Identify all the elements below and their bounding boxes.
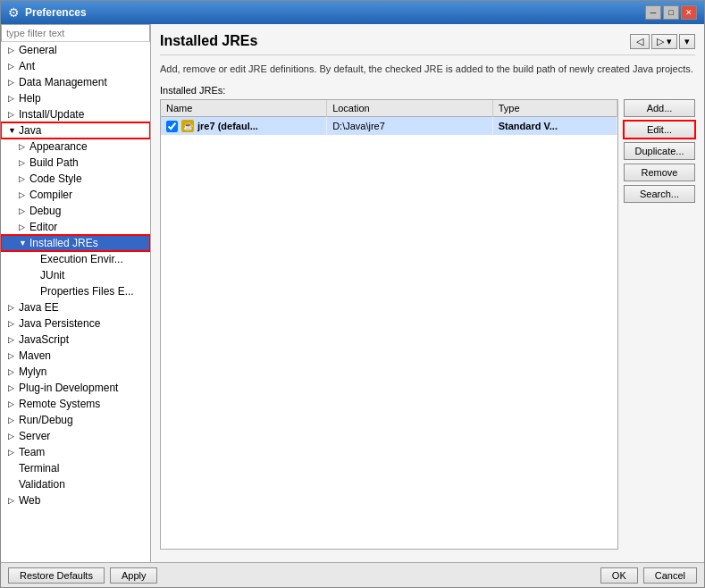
sidebar-item-label: Compiler <box>29 189 72 201</box>
jre-table: Name Location Type <box>161 100 617 135</box>
title-bar-controls: ─ □ ✕ <box>645 5 697 20</box>
sidebar-item-mylyn[interactable]: ▷ Mylyn <box>1 364 150 380</box>
sidebar-item-terminal[interactable]: Terminal <box>1 460 150 476</box>
sidebar-item-label: Install/Update <box>19 108 84 121</box>
apply-button[interactable]: Apply <box>110 567 158 584</box>
sidebar-item-data-management[interactable]: ▷ Data Management <box>1 74 150 90</box>
arrow-java-persistence: ▷ <box>8 319 17 328</box>
sidebar-item-java-persistence[interactable]: ▷ Java Persistence <box>1 315 150 332</box>
sidebar-item-maven[interactable]: ▷ Maven <box>1 348 150 364</box>
window-title: Preferences <box>25 6 87 19</box>
sidebar-item-run-debug[interactable]: ▷ Run/Debug <box>1 412 150 428</box>
arrow-run-debug: ▷ <box>8 416 17 424</box>
sidebar-item-label: Plug-in Development <box>19 382 118 394</box>
arrow-mylyn: ▷ <box>8 367 17 376</box>
sidebar-item-validation[interactable]: Validation <box>1 476 150 492</box>
remove-button[interactable]: Remove <box>624 164 695 181</box>
duplicate-button[interactable]: Duplicate... <box>624 142 695 160</box>
bottom-bar: Restore Defaults Apply OK Cancel <box>1 562 704 587</box>
sidebar-item-compiler[interactable]: ▷ Compiler <box>1 187 150 203</box>
table-area: Name Location Type <box>160 99 618 553</box>
back-button[interactable]: ◁ <box>630 34 650 49</box>
filter-input[interactable] <box>1 24 150 42</box>
sidebar-item-label: JavaScript <box>19 333 69 346</box>
sidebar-item-appearance[interactable]: ▷ Appearance <box>1 139 150 155</box>
sidebar-item-debug[interactable]: ▷ Debug <box>1 203 150 219</box>
sidebar-item-javascript[interactable]: ▷ JavaScript <box>1 332 150 348</box>
arrow-java: ▼ <box>8 126 17 135</box>
forward-dropdown-button[interactable]: ▷ ▾ <box>651 34 677 49</box>
sidebar-item-java-ee[interactable]: ▷ Java EE <box>1 299 150 315</box>
sidebar-item-general[interactable]: ▷ General <box>1 42 150 58</box>
sidebar-item-web[interactable]: ▷ Web <box>1 492 150 508</box>
search-button[interactable]: Search... <box>624 185 695 203</box>
jre-table-container: Name Location Type <box>160 99 618 550</box>
arrow-junit <box>29 271 38 280</box>
close-button[interactable]: ✕ <box>681 5 697 20</box>
sidebar-item-properties-files[interactable]: Properties Files E... <box>1 283 150 299</box>
sidebar-item-server[interactable]: ▷ Server <box>1 428 150 444</box>
sidebar-item-label: Java <box>19 124 41 137</box>
sidebar-item-label: Execution Envir... <box>40 253 123 265</box>
sidebar-item-label: Terminal <box>19 462 59 475</box>
jre-type: Standard V... <box>492 117 617 136</box>
nav-dropdown-button[interactable]: ▾ <box>679 34 695 49</box>
sidebar-item-label: Editor <box>29 221 57 233</box>
col-location: Location <box>327 100 493 117</box>
title-bar: ⚙ Preferences ─ □ ✕ <box>1 1 704 24</box>
col-type: Type <box>492 100 617 117</box>
sidebar-item-plugin-development[interactable]: ▷ Plug-in Development <box>1 380 150 396</box>
ok-button[interactable]: OK <box>600 567 638 584</box>
arrow-java-ee: ▷ <box>8 303 17 312</box>
sidebar-item-label: Web <box>19 494 40 507</box>
sidebar-item-label: Ant <box>19 60 35 72</box>
maximize-button[interactable]: □ <box>663 5 679 20</box>
sidebar-item-team[interactable]: ▷ Team <box>1 444 150 460</box>
arrow-debug: ▷ <box>19 206 28 215</box>
sidebar-item-label: Debug <box>29 205 61 217</box>
sidebar-item-label: Java EE <box>19 301 59 314</box>
sidebar-item-label: Maven <box>19 349 51 362</box>
arrow-server: ▷ <box>8 432 17 441</box>
restore-defaults-button[interactable]: Restore Defaults <box>8 567 105 584</box>
sidebar-item-installed-jres[interactable]: ▼ Installed JREs <box>1 235 150 251</box>
jre-icon: ☕ <box>181 120 194 132</box>
minimize-button[interactable]: ─ <box>645 5 661 20</box>
sidebar-item-label: Appearance <box>29 140 88 153</box>
sidebar-item-label: Help <box>19 92 41 105</box>
sidebar-item-code-style[interactable]: ▷ Code Style <box>1 171 150 187</box>
arrow-general: ▷ <box>8 46 17 55</box>
arrow-build-path: ▷ <box>19 158 28 167</box>
arrow-data-mgmt: ▷ <box>8 78 17 87</box>
sidebar-item-help[interactable]: ▷ Help <box>1 90 150 106</box>
arrow-validation <box>8 480 17 489</box>
sidebar-item-install-update[interactable]: ▷ Install/Update <box>1 106 150 122</box>
sidebar-item-label: Validation <box>19 478 65 491</box>
table-row[interactable]: ☕ jre7 (defaul... D:\Java\jre7 Standard … <box>161 117 617 136</box>
add-button[interactable]: Add... <box>624 99 695 117</box>
arrow-compiler: ▷ <box>19 190 28 199</box>
cancel-button[interactable]: Cancel <box>643 567 697 584</box>
sidebar-item-junit[interactable]: JUnit <box>1 267 150 283</box>
sidebar-item-label: JUnit <box>40 269 64 281</box>
jre-location: D:\Java\jre7 <box>327 117 493 136</box>
col-name: Name <box>161 100 327 117</box>
right-area: Name Location Type <box>160 99 695 553</box>
edit-button[interactable]: Edit... <box>624 121 695 139</box>
sidebar-item-label: Code Style <box>29 172 82 185</box>
arrow-editor: ▷ <box>19 223 28 231</box>
title-bar-left: ⚙ Preferences <box>8 5 87 20</box>
sidebar-item-editor[interactable]: ▷ Editor <box>1 219 150 235</box>
sidebar-item-java[interactable]: ▼ Java <box>1 122 150 139</box>
jre-checkbox[interactable] <box>166 121 178 132</box>
sidebar-item-label: Installed JREs <box>29 237 98 249</box>
sidebar-item-build-path[interactable]: ▷ Build Path <box>1 155 150 171</box>
sidebar-item-ant[interactable]: ▷ Ant <box>1 58 150 74</box>
panel-description: Add, remove or edit JRE definitions. By … <box>160 63 695 76</box>
arrow-help: ▷ <box>8 94 17 103</box>
arrow-team: ▷ <box>8 448 17 457</box>
tree-container: ▷ General ▷ Ant ▷ Data Management ▷ Help <box>1 42 150 562</box>
sidebar-item-remote-systems[interactable]: ▷ Remote Systems <box>1 396 150 412</box>
sidebar-item-label: Remote Systems <box>19 398 100 410</box>
sidebar-item-execution-env[interactable]: Execution Envir... <box>1 251 150 267</box>
